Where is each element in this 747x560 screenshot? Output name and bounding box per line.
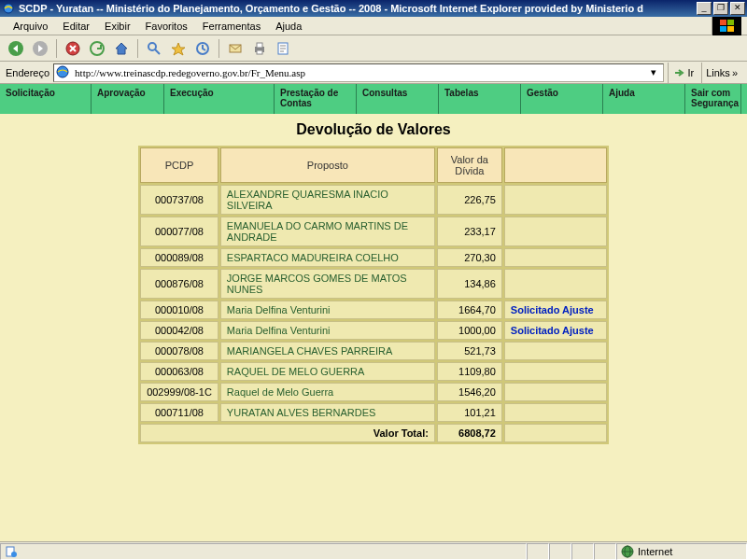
data-table: PCDP Proposto Valor da Dívida 000737/08 …: [138, 146, 609, 444]
cell-status: [504, 403, 607, 422]
cell-pcdp: 000010/08: [140, 301, 218, 319]
cell-valor: 101,21: [437, 403, 502, 422]
print-button[interactable]: [249, 38, 270, 59]
svg-rect-2: [727, 20, 734, 25]
ie-icon: [2, 2, 15, 15]
menu-editar[interactable]: Editar: [55, 19, 97, 34]
url-dropdown-icon[interactable]: ▾: [646, 66, 661, 78]
tab-sair[interactable]: Sair com Segurança: [685, 84, 741, 114]
home-button[interactable]: [111, 38, 132, 59]
refresh-button[interactable]: [87, 38, 107, 59]
tab-consultas[interactable]: Consultas: [357, 84, 439, 114]
status-panel-3: [571, 543, 594, 560]
stop-button[interactable]: [63, 38, 83, 59]
menubar: Arquivo Editar Exibir Favoritos Ferramen…: [0, 17, 747, 35]
header-pcdp: PCDP: [140, 147, 218, 183]
close-button[interactable]: ✕: [730, 2, 745, 15]
status-panel-2: [549, 543, 571, 560]
url-input-box[interactable]: ▾: [53, 63, 664, 82]
forward-button[interactable]: [30, 38, 50, 59]
svg-rect-1: [720, 20, 726, 25]
svg-point-22: [11, 552, 17, 557]
cell-proposto: MARIANGELA CHAVES PARREIRA: [220, 342, 435, 360]
tab-tabelas[interactable]: Tabelas: [439, 84, 521, 114]
cell-proposto: EMANUELA DO CARMO MARTINS DE ANDRADE: [220, 217, 435, 246]
menu-ferramentas[interactable]: Ferramentas: [195, 19, 268, 34]
table-row[interactable]: 000010/08 Maria Delfina Venturini 1664,7…: [140, 301, 607, 319]
table-row[interactable]: 000042/08 Maria Delfina Venturini 1000,0…: [140, 321, 607, 340]
menu-exibir[interactable]: Exibir: [97, 19, 138, 34]
tab-execucao[interactable]: Execução: [164, 84, 275, 114]
status-main: [0, 543, 527, 560]
cell-status: [504, 269, 607, 299]
minimize-button[interactable]: _: [697, 2, 712, 15]
statusbar: Internet: [0, 541, 747, 560]
svg-line-10: [155, 49, 160, 54]
addressbar: Endereço ▾ Ir Links »: [0, 62, 747, 84]
toolbar-separator: [218, 39, 219, 58]
svg-rect-15: [257, 50, 262, 54]
table-row[interactable]: 000711/08 YURATAN ALVES BERNARDES 101,21: [140, 403, 607, 422]
table-row[interactable]: 000063/08 RAQUEL DE MELO GUERRA 1109,80: [140, 362, 607, 381]
tab-ajuda[interactable]: Ajuda: [603, 84, 685, 114]
svg-rect-3: [720, 26, 726, 32]
links-button[interactable]: Links »: [701, 63, 741, 83]
cell-proposto: Raquel de Melo Guerra: [220, 383, 435, 401]
edit-button[interactable]: [274, 38, 294, 59]
cell-pcdp: 000078/08: [140, 342, 218, 360]
cell-status: [504, 383, 607, 401]
cell-proposto: RAQUEL DE MELO GUERRA: [220, 362, 435, 381]
window-title: SCDP - Yuratan -- Ministério do Planejam…: [19, 3, 697, 14]
page-icon: [56, 65, 71, 80]
table-row[interactable]: 000077/08 EMANUELA DO CARMO MARTINS DE A…: [140, 217, 607, 246]
history-button[interactable]: [192, 38, 213, 59]
status-panel-4: [594, 543, 616, 560]
zone-label: Internet: [638, 546, 672, 557]
links-label: Links: [706, 67, 730, 78]
tab-solicitacao[interactable]: Solicitação: [0, 84, 92, 114]
cell-proposto: ALEXANDRE QUARESMA INACIO SILVEIRA: [220, 185, 435, 215]
back-button[interactable]: [6, 38, 26, 59]
header-proposto: Proposto: [220, 147, 435, 183]
go-button[interactable]: Ir: [668, 63, 698, 83]
cell-pcdp: 000737/08: [140, 185, 218, 215]
cell-pcdp: 000077/08: [140, 217, 218, 246]
search-button[interactable]: [144, 38, 164, 59]
favorites-button[interactable]: [168, 38, 189, 59]
status-panel-1: [527, 543, 549, 560]
cell-valor: 1000,00: [437, 321, 502, 340]
mail-button[interactable]: [225, 38, 246, 59]
tab-prestacao[interactable]: Prestação de Contas: [275, 84, 357, 114]
windows-logo-icon: [712, 17, 741, 35]
cell-pcdp: 000063/08: [140, 362, 218, 381]
table-row[interactable]: 000876/08 JORGE MARCOS GOMES DE MATOS NU…: [140, 269, 607, 299]
globe-icon: [621, 545, 634, 558]
table-row[interactable]: 000737/08 ALEXANDRE QUARESMA INACIO SILV…: [140, 185, 607, 215]
tab-aprovacao[interactable]: Aprovação: [92, 84, 164, 114]
menu-ajuda[interactable]: Ajuda: [268, 19, 309, 34]
url-input[interactable]: [75, 67, 646, 78]
menu-arquivo[interactable]: Arquivo: [6, 19, 55, 34]
table-row[interactable]: 000078/08 MARIANGELA CHAVES PARREIRA 521…: [140, 342, 607, 360]
chevron-right-icon: »: [732, 67, 738, 78]
cell-pcdp: 002999/08-1C: [140, 383, 218, 401]
page-done-icon: [5, 545, 18, 558]
cell-status: Solicitado Ajuste: [504, 301, 607, 319]
table-row[interactable]: 002999/08-1C Raquel de Melo Guerra 1546,…: [140, 383, 607, 401]
total-value: 6808,72: [437, 424, 502, 442]
cell-pcdp: 000711/08: [140, 403, 218, 422]
cell-proposto: ESPARTACO MADUREIRA COELHO: [220, 248, 435, 267]
cell-proposto: Maria Delfina Venturini: [220, 301, 435, 319]
cell-valor: 134,86: [437, 269, 502, 299]
cell-pcdp: 000089/08: [140, 248, 218, 267]
cell-status: [504, 342, 607, 360]
total-row: Valor Total: 6808,72: [140, 424, 607, 442]
cell-valor: 521,73: [437, 342, 502, 360]
cell-proposto: YURATAN ALVES BERNARDES: [220, 403, 435, 422]
restore-button[interactable]: ❐: [713, 2, 728, 15]
menu-favoritos[interactable]: Favoritos: [138, 19, 195, 34]
cell-pcdp: 000042/08: [140, 321, 218, 340]
status-zone: Internet: [616, 543, 747, 560]
tab-gestao[interactable]: Gestão: [521, 84, 603, 114]
table-row[interactable]: 000089/08 ESPARTACO MADUREIRA COELHO 270…: [140, 248, 607, 267]
